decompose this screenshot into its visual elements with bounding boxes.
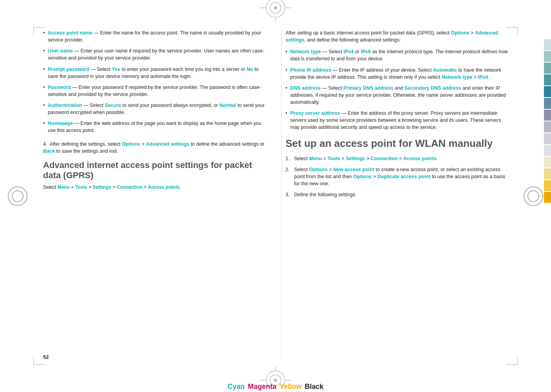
phone-ip-label: Phone IP address <box>290 67 332 73</box>
bottom-yellow-text: Yellow <box>279 383 301 391</box>
wlan-heading: Set up an access point for WLAN manually <box>286 137 508 150</box>
right-intro-text: After setting up a basic internet access… <box>286 29 508 43</box>
network-type-label: Network type <box>290 49 321 54</box>
phone-ip-text3: > <box>474 74 478 80</box>
prompt-password-text1: — Select <box>91 67 112 72</box>
wlan-step-2-text: Select Options > New access point to cre… <box>294 166 508 187</box>
right-column: After setting up a basic internet access… <box>281 29 508 361</box>
wlan1-tools-link: Tools <box>328 156 340 161</box>
list-item-homepage: Homepage — Enter the web address of the … <box>43 120 266 134</box>
wlan1-settings-link: Settings <box>346 156 365 161</box>
network-type-ipv4: IPv4 <box>344 49 354 54</box>
access-point-name-label: Access point name <box>48 30 92 36</box>
wlan1-access-points-link: Access points <box>403 156 437 161</box>
proxy-server-label: Proxy server address <box>290 110 340 116</box>
wlan-step-1-num: 1. <box>286 155 292 162</box>
authentication-normal: Normal <box>219 103 236 108</box>
phone-ip-text4: . <box>489 74 491 80</box>
wlan-step-2: 2. Select Options > New access point to … <box>286 166 508 187</box>
wlan-step-1-text: Select Menu > Tools > Settings > Connect… <box>294 155 438 162</box>
wlan-step-3-text: Define the following settings. <box>294 191 357 198</box>
wlan1-connection-link: Connection <box>371 156 398 161</box>
dns-text2: and <box>395 85 404 91</box>
list-item-dns-address: DNS address — Select Primary DNS address… <box>286 85 508 106</box>
network-type-text2: or <box>355 49 361 54</box>
wlan-step-3-num: 3. <box>286 191 292 198</box>
content-area: Access point name — Enter the name for t… <box>43 29 508 361</box>
dns-primary-link: Primary DNS address <box>343 85 393 91</box>
wlan2-options2-link: Options <box>353 174 372 179</box>
step4-advanced-link: Advanced settings <box>146 141 189 147</box>
sub-connection-link: Connection <box>117 184 143 190</box>
phone-ip-network-type-link: Network type <box>442 74 473 80</box>
wlan-step-3: 3. Define the following settings. <box>286 191 508 198</box>
dns-address-label: DNS address <box>290 85 321 91</box>
user-name-label: User name <box>48 48 73 54</box>
step-4-section: 4. After defining the settings, select O… <box>43 141 266 155</box>
user-name-text: — Enter your user name if required by th… <box>48 48 264 61</box>
bottom-cyan-text: Cyan <box>227 383 245 391</box>
list-item-authentication: Authentication — Select Secure to send y… <box>43 102 266 116</box>
top-decoration <box>260 0 291 22</box>
bottom-magenta-text: Magenta <box>248 383 276 391</box>
wlan-step-1: 1. Select Menu > Tools > Settings > Conn… <box>286 155 508 162</box>
wlan2-options-link: Options <box>309 167 328 172</box>
wlan1-menu-link: Menu <box>309 156 322 161</box>
wlan2-new-ap-link: New access point <box>333 167 374 172</box>
prompt-password-text2: to enter your password each time you log… <box>121 67 246 72</box>
prompt-password-yes: Yes <box>112 67 120 72</box>
right-circle-decoration <box>524 186 543 206</box>
bottom-black-text: Black <box>305 383 324 391</box>
network-type-ipv6: IPv6 <box>361 49 371 54</box>
left-bullet-list: Access point name — Enter the name for t… <box>43 29 266 134</box>
homepage-label: Homepage <box>48 121 73 126</box>
prompt-password-label: Prompt password <box>48 67 89 72</box>
list-item-phone-ip: Phone IP address — Enter the IP address … <box>286 67 508 81</box>
phone-ip-text1: — Enter the IP address of your device. S… <box>333 67 433 73</box>
sub-tools-link: Tools <box>75 184 87 190</box>
phone-ip-ipv4-link: IPv4 <box>478 74 488 80</box>
network-type-text1: — Select <box>322 49 343 54</box>
page-number: 52 <box>43 354 49 360</box>
advanced-settings-heading: Advanced internet access point settings … <box>43 160 266 181</box>
left-column: Access point name — Enter the name for t… <box>43 29 270 361</box>
sub-access-points-link: Access points <box>148 184 179 190</box>
phone-ip-automatic: Automatic <box>433 67 457 73</box>
wlan2-duplicate-link: Duplicate access point <box>377 174 430 179</box>
list-item-access-point-name: Access point name — Enter the name for t… <box>43 29 266 43</box>
list-item-password: Password — Enter your password if requir… <box>43 84 266 98</box>
list-item-prompt-password: Prompt password — Select Yes to enter yo… <box>43 66 266 80</box>
authentication-text1: — Select <box>83 103 105 108</box>
authentication-label: Authentication <box>48 103 82 108</box>
right-options-link: Options <box>451 30 469 36</box>
list-item-network-type: Network type — Select IPv4 or IPv6 as th… <box>286 48 508 62</box>
sub-menu-link: Menu <box>58 184 70 190</box>
right-bullet-list: Network type — Select IPv4 or IPv6 as th… <box>286 48 508 131</box>
authentication-text2: to send your password always encrypted, … <box>122 103 219 108</box>
password-label: Password <box>48 85 71 90</box>
wlan-step-2-num: 2. <box>286 166 292 187</box>
step-4-text: 4. After defining the settings, select O… <box>43 141 266 155</box>
password-text: — Enter your password if required by the… <box>48 85 261 97</box>
bottom-color-bar: Cyan Magenta Yellow Black <box>0 381 551 392</box>
sub-settings-link: Settings <box>93 184 111 190</box>
dns-secondary-link: Secondary DNS address <box>404 85 461 91</box>
authentication-secure: Secure <box>105 103 121 108</box>
list-item-user-name: User name — Enter your user name if requ… <box>43 47 266 61</box>
list-item-proxy-server: Proxy server address — Enter the address… <box>286 110 508 131</box>
left-circle-decoration <box>8 186 27 206</box>
svg-point-2 <box>274 6 277 9</box>
page: Access point name — Enter the name for t… <box>0 0 551 392</box>
step4-options-link: Options <box>122 141 140 147</box>
homepage-text: — Enter the web address of the page you … <box>48 121 261 133</box>
prompt-password-no: No <box>246 67 253 72</box>
right-color-tabs <box>544 39 551 203</box>
advanced-settings-subtext: Select Menu > Tools > Settings > Connect… <box>43 184 266 191</box>
dns-text1: — Select <box>322 85 343 91</box>
step4-back-link: Back <box>43 148 55 154</box>
